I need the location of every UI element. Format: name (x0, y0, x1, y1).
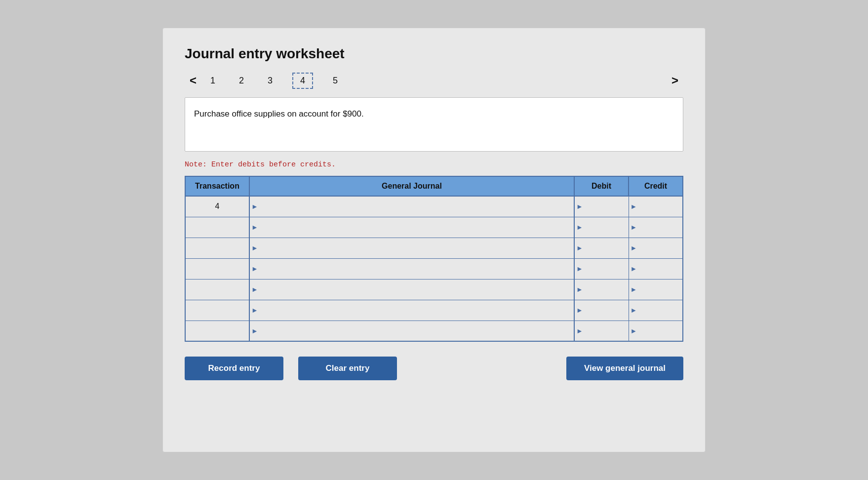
clear-entry-button[interactable]: Clear entry (298, 357, 397, 380)
header-credit: Credit (629, 176, 683, 196)
table-row: ► ► ► (185, 279, 683, 300)
header-debit: Debit (574, 176, 629, 196)
page-title: Journal entry worksheet (185, 46, 683, 62)
navigation-row: < 1 2 3 4 5 > (185, 72, 683, 89)
nav-numbers: 1 2 3 4 5 (206, 73, 342, 89)
general-cell-7[interactable]: ► (249, 320, 574, 341)
cell-arrow-icon: ► (251, 265, 258, 273)
general-cell-1[interactable]: ► (249, 196, 574, 217)
cell-arrow-icon: ► (576, 244, 583, 252)
general-input-5[interactable] (252, 280, 572, 300)
description-text: Purchase office supplies on account for … (194, 109, 364, 119)
debit-cell-5[interactable]: ► (574, 279, 629, 300)
general-input-3[interactable] (252, 238, 572, 258)
worksheet-container: Journal entry worksheet < 1 2 3 4 5 > Pu… (162, 28, 706, 452)
nav-num-3[interactable]: 3 (264, 74, 276, 88)
description-box: Purchase office supplies on account for … (185, 97, 683, 152)
general-input-7[interactable] (252, 321, 572, 341)
cell-arrow-icon: ► (631, 285, 637, 293)
cell-arrow-icon: ► (631, 327, 637, 335)
debit-cell-2[interactable]: ► (574, 217, 629, 238)
transaction-cell-6 (185, 300, 249, 320)
debit-cell-7[interactable]: ► (574, 320, 629, 341)
cell-arrow-icon: ► (631, 265, 637, 273)
credit-cell-7[interactable]: ► (629, 320, 683, 341)
cell-arrow-icon: ► (251, 244, 258, 252)
credit-cell-1[interactable]: ► (629, 196, 683, 217)
credit-cell-6[interactable]: ► (629, 300, 683, 320)
debit-cell-3[interactable]: ► (574, 238, 629, 258)
transaction-cell-5 (185, 279, 249, 300)
general-cell-5[interactable]: ► (249, 279, 574, 300)
general-cell-6[interactable]: ► (249, 300, 574, 320)
general-input-6[interactable] (252, 300, 572, 320)
cell-arrow-icon: ► (251, 306, 258, 314)
general-cell-3[interactable]: ► (249, 238, 574, 258)
nav-num-2[interactable]: 2 (235, 74, 248, 88)
table-row: ► ► ► (185, 320, 683, 341)
nav-num-4[interactable]: 4 (292, 73, 313, 89)
credit-input-3[interactable] (631, 238, 681, 258)
cell-arrow-icon: ► (251, 202, 258, 210)
transaction-cell-4 (185, 258, 249, 279)
transaction-cell-1: 4 (185, 196, 249, 217)
note-text: Note: Enter debits before credits. (185, 160, 683, 169)
debit-input-1[interactable] (577, 197, 627, 217)
next-arrow[interactable]: > (667, 72, 683, 89)
table-row: ► ► ► (185, 258, 683, 279)
general-input-1[interactable] (252, 197, 572, 217)
cell-arrow-icon: ► (631, 306, 637, 314)
nav-num-5[interactable]: 5 (329, 74, 342, 88)
cell-arrow-icon: ► (576, 202, 583, 210)
general-cell-4[interactable]: ► (249, 258, 574, 279)
cell-arrow-icon: ► (576, 223, 583, 231)
cell-arrow-icon: ► (576, 327, 583, 335)
debit-input-6[interactable] (577, 300, 627, 320)
cell-arrow-icon: ► (576, 285, 583, 293)
debit-cell-4[interactable]: ► (574, 258, 629, 279)
debit-input-7[interactable] (577, 321, 627, 341)
credit-cell-4[interactable]: ► (629, 258, 683, 279)
cell-arrow-icon: ► (251, 223, 258, 231)
record-entry-button[interactable]: Record entry (185, 357, 283, 380)
cell-arrow-icon: ► (251, 285, 258, 293)
credit-input-7[interactable] (631, 321, 681, 341)
journal-table: Transaction General Journal Debit Credit… (185, 176, 683, 342)
transaction-cell-2 (185, 217, 249, 238)
debit-cell-1[interactable]: ► (574, 196, 629, 217)
debit-cell-6[interactable]: ► (574, 300, 629, 320)
table-row: 4 ► ► ► (185, 196, 683, 217)
credit-input-1[interactable] (631, 197, 681, 217)
credit-input-5[interactable] (631, 280, 681, 300)
nav-num-1[interactable]: 1 (206, 74, 219, 88)
debit-input-5[interactable] (577, 280, 627, 300)
cell-arrow-icon: ► (576, 265, 583, 273)
table-row: ► ► ► (185, 300, 683, 320)
transaction-cell-7 (185, 320, 249, 341)
debit-input-4[interactable] (577, 259, 627, 279)
debit-input-3[interactable] (577, 238, 627, 258)
header-transaction: Transaction (185, 176, 249, 196)
credit-cell-5[interactable]: ► (629, 279, 683, 300)
credit-input-2[interactable] (631, 217, 681, 238)
general-input-2[interactable] (252, 217, 572, 238)
debit-input-2[interactable] (577, 217, 627, 238)
general-cell-2[interactable]: ► (249, 217, 574, 238)
transaction-cell-3 (185, 238, 249, 258)
table-row: ► ► ► (185, 238, 683, 258)
cell-arrow-icon: ► (631, 223, 637, 231)
cell-arrow-icon: ► (576, 306, 583, 314)
credit-cell-3[interactable]: ► (629, 238, 683, 258)
cell-arrow-icon: ► (631, 202, 637, 210)
general-input-4[interactable] (252, 259, 572, 279)
table-row: ► ► ► (185, 217, 683, 238)
cell-arrow-icon: ► (631, 244, 637, 252)
buttons-row: Record entry Clear entry View general jo… (185, 357, 683, 380)
view-general-journal-button[interactable]: View general journal (566, 357, 683, 380)
credit-input-4[interactable] (631, 259, 681, 279)
prev-arrow[interactable]: < (185, 72, 201, 89)
credit-input-6[interactable] (631, 300, 681, 320)
cell-arrow-icon: ► (251, 327, 258, 335)
header-general-journal: General Journal (249, 176, 574, 196)
credit-cell-2[interactable]: ► (629, 217, 683, 238)
